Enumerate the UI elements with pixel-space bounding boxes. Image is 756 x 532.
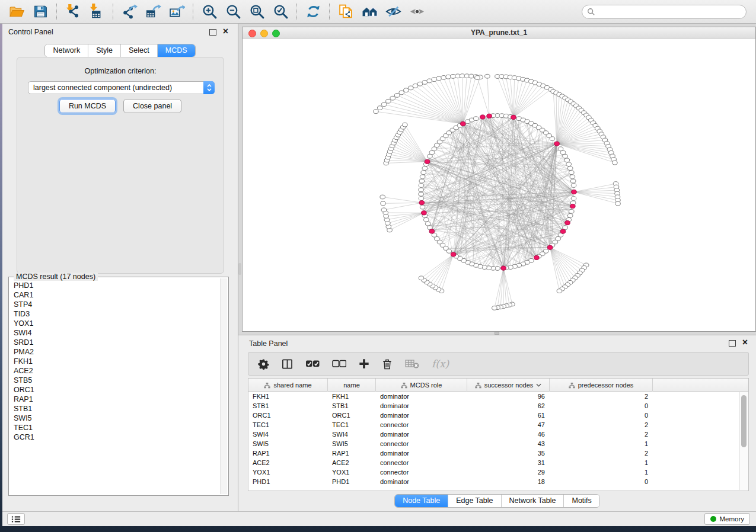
- mcds-result-item[interactable]: FKH1: [11, 357, 219, 366]
- cell-successor-nodes[interactable]: 62: [467, 401, 550, 411]
- cell-MCDS-role[interactable]: dominator: [376, 477, 467, 486]
- mcds-result-item[interactable]: TEC1: [11, 423, 219, 432]
- mcds-result-item[interactable]: ACE2: [11, 366, 219, 376]
- cell-shared-name[interactable]: STB1: [248, 401, 328, 411]
- cell-predecessor-nodes[interactable]: 2: [550, 392, 653, 401]
- cell-name[interactable]: TEC1: [328, 420, 376, 430]
- column-header-successor-nodes[interactable]: successor nodes: [467, 379, 550, 392]
- save-session-button[interactable]: [28, 2, 52, 21]
- scrollbar-thumb[interactable]: [741, 395, 747, 447]
- cell-shared-name[interactable]: ORC1: [248, 411, 328, 420]
- cell-name[interactable]: RAP1: [328, 448, 376, 458]
- memory-button[interactable]: Memory: [704, 513, 750, 525]
- export-network-button[interactable]: [117, 2, 141, 21]
- open-file-button[interactable]: [5, 2, 28, 21]
- cell-MCDS-role[interactable]: dominator: [376, 392, 467, 401]
- search-input[interactable]: [599, 6, 746, 18]
- cell-name[interactable]: ORC1: [328, 411, 376, 420]
- cell-successor-nodes[interactable]: 61: [467, 411, 550, 420]
- optimization-criterion-dropdown[interactable]: largest connected component (undirected): [28, 81, 215, 94]
- table-row[interactable]: TEC1TEC1connector472: [248, 420, 748, 430]
- cell-successor-nodes[interactable]: 35: [467, 448, 550, 458]
- task-history-button[interactable]: [7, 513, 25, 525]
- cell-predecessor-nodes[interactable]: 2: [550, 448, 653, 458]
- tab-network[interactable]: Network: [45, 44, 88, 57]
- tab-node-table[interactable]: Node Table: [395, 495, 448, 507]
- zoom-fit-button[interactable]: [245, 2, 269, 21]
- float-panel-icon[interactable]: [209, 29, 216, 36]
- cell-shared-name[interactable]: SWI5: [248, 439, 328, 448]
- duplicate-network-button[interactable]: [334, 2, 358, 21]
- cell-MCDS-role[interactable]: dominator: [376, 430, 467, 439]
- network-window-titlebar[interactable]: YPA_prune.txt_1: [243, 27, 755, 39]
- cell-shared-name[interactable]: ACE2: [248, 458, 328, 467]
- cell-MCDS-role[interactable]: connector: [376, 458, 467, 467]
- toggle-columns-button[interactable]: [282, 358, 293, 370]
- cell-MCDS-role[interactable]: connector: [376, 467, 467, 477]
- mcds-result-item[interactable]: RAP1: [11, 395, 219, 404]
- tab-mcds[interactable]: MCDS: [158, 44, 195, 57]
- mcds-result-item[interactable]: SRD1: [11, 338, 219, 347]
- select-all-checkbox-button[interactable]: [305, 360, 320, 368]
- vertical-splitter-handle[interactable]: [238, 263, 241, 275]
- mcds-result-item[interactable]: TID3: [11, 309, 219, 319]
- table-row[interactable]: FKH1FKH1dominator962: [248, 392, 748, 401]
- cell-MCDS-role[interactable]: dominator: [376, 448, 467, 458]
- cell-predecessor-nodes[interactable]: 2: [550, 420, 653, 430]
- mcds-result-item[interactable]: PHD1: [11, 281, 219, 290]
- table-row[interactable]: PHD1PHD1dominator180: [248, 477, 748, 486]
- export-table-button[interactable]: [141, 2, 165, 21]
- add-column-button[interactable]: [359, 358, 369, 369]
- column-header-name[interactable]: name: [328, 379, 376, 392]
- cell-name[interactable]: PHD1: [328, 477, 376, 486]
- mcds-result-item[interactable]: STB1: [11, 404, 219, 414]
- tab-edge-table[interactable]: Edge Table: [448, 495, 501, 507]
- cell-shared-name[interactable]: PHD1: [248, 477, 328, 486]
- tab-motifs[interactable]: Motifs: [564, 495, 599, 507]
- cell-name[interactable]: ACE2: [328, 458, 376, 467]
- cell-MCDS-role[interactable]: connector: [376, 420, 467, 430]
- mcds-result-item[interactable]: STP4: [11, 300, 219, 309]
- first-neighbors-button[interactable]: [358, 2, 381, 21]
- cell-shared-name[interactable]: YOX1: [248, 467, 328, 477]
- column-header-predecessor-nodes[interactable]: predecessor nodes: [550, 379, 653, 392]
- table-row[interactable]: SWI4SWI4dominator462: [248, 430, 748, 439]
- cell-MCDS-role[interactable]: connector: [376, 439, 467, 448]
- cell-name[interactable]: SWI5: [328, 439, 376, 448]
- close-panel-icon[interactable]: ×: [223, 25, 228, 37]
- cell-successor-nodes[interactable]: 18: [467, 477, 550, 486]
- cell-predecessor-nodes[interactable]: 0: [550, 477, 653, 486]
- cell-name[interactable]: FKH1: [328, 392, 376, 401]
- deselect-all-checkbox-button[interactable]: [332, 360, 346, 368]
- cell-shared-name[interactable]: SWI4: [248, 430, 328, 439]
- import-network-button[interactable]: [61, 2, 85, 21]
- cell-MCDS-role[interactable]: dominator: [376, 401, 467, 411]
- mcds-result-item[interactable]: YOX1: [11, 319, 219, 328]
- cell-shared-name[interactable]: FKH1: [248, 392, 328, 401]
- cell-predecessor-nodes[interactable]: 1: [550, 467, 653, 477]
- table-row[interactable]: ACE2ACE2connector311: [248, 458, 748, 467]
- table-row[interactable]: YOX1YOX1connector291: [248, 467, 748, 477]
- cell-successor-nodes[interactable]: 46: [467, 430, 550, 439]
- zoom-in-button[interactable]: [197, 2, 221, 21]
- float-panel-icon[interactable]: [729, 340, 736, 347]
- table-row[interactable]: SWI5SWI5connector431: [248, 439, 748, 448]
- hide-selected-button[interactable]: [381, 2, 405, 21]
- export-image-button[interactable]: [165, 2, 189, 21]
- mcds-result-item[interactable]: STB5: [11, 376, 219, 385]
- delete-columns-button[interactable]: [382, 358, 393, 370]
- cell-predecessor-nodes[interactable]: 0: [550, 411, 653, 420]
- cell-shared-name[interactable]: RAP1: [248, 448, 328, 458]
- network-canvas[interactable]: [243, 39, 755, 331]
- cell-successor-nodes[interactable]: 31: [467, 458, 550, 467]
- cell-shared-name[interactable]: TEC1: [248, 420, 328, 430]
- mcds-result-item[interactable]: ORC1: [11, 385, 219, 395]
- table-scrollbar[interactable]: [739, 392, 748, 490]
- mcds-result-item[interactable]: SWI4: [11, 328, 219, 338]
- tab-network-table[interactable]: Network Table: [502, 495, 564, 507]
- cell-successor-nodes[interactable]: 43: [467, 439, 550, 448]
- search-box[interactable]: [582, 5, 747, 19]
- run-mcds-button[interactable]: Run MCDS: [59, 99, 116, 113]
- import-table-button[interactable]: [85, 2, 109, 21]
- settings-gear-button[interactable]: [258, 358, 269, 370]
